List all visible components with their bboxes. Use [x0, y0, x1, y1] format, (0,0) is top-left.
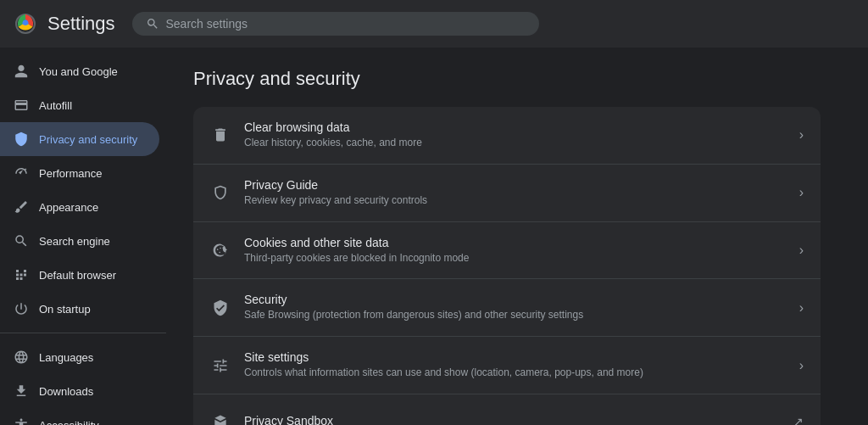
sidebar-item-performance[interactable]: Performance [0, 156, 159, 190]
row-text: Clear browsing data Clear history, cooki… [244, 120, 786, 150]
row-subtitle: Third-party cookies are blocked in Incog… [244, 251, 786, 266]
shield-outline-icon [210, 182, 231, 203]
search-icon [14, 233, 29, 249]
chrome-logo-icon [14, 12, 37, 36]
sidebar-item-search-engine[interactable]: Search engine [0, 224, 159, 258]
cookie-icon [210, 240, 231, 260]
row-text: Privacy Guide Review key privacy and sec… [244, 178, 786, 208]
chevron-right-icon: › [799, 127, 804, 143]
main-content: Privacy and security Clear browsing data… [166, 48, 868, 425]
row-title: Cookies and other site data [244, 236, 786, 249]
sidebar-divider [0, 333, 166, 333]
sidebar-item-you-and-google[interactable]: You and Google [0, 54, 159, 88]
sidebar-item-label: Default browser [39, 269, 116, 282]
sidebar-item-autofill[interactable]: Autofill [0, 88, 159, 122]
sidebar-item-default-browser[interactable]: Default browser [0, 258, 159, 292]
row-title: Privacy Guide [244, 178, 786, 192]
row-title: Clear browsing data [244, 120, 786, 134]
settings-row-privacy-sandbox[interactable]: Privacy Sandbox ↗ [193, 394, 821, 425]
card-icon [14, 98, 29, 113]
sandbox-icon [210, 411, 231, 425]
app-header: Settings [0, 0, 868, 48]
globe-icon [14, 350, 29, 365]
shield-check-icon [210, 298, 231, 318]
gauge-icon [14, 165, 29, 181]
sidebar-item-on-startup[interactable]: On startup [0, 292, 159, 326]
row-title: Security [244, 293, 786, 306]
sidebar-item-appearance[interactable]: Appearance [0, 190, 159, 224]
download-icon [14, 383, 29, 399]
settings-row-security[interactable]: Security Safe Browsing (protection from … [193, 279, 821, 337]
search-input[interactable] [166, 17, 526, 31]
row-subtitle: Review key privacy and security controls [244, 193, 786, 208]
settings-card: Clear browsing data Clear history, cooki… [193, 107, 821, 425]
row-text: Privacy Sandbox [244, 414, 780, 425]
settings-row-clear-browsing-data[interactable]: Clear browsing data Clear history, cooki… [193, 107, 821, 165]
external-link-icon: ↗ [793, 415, 804, 425]
chevron-right-icon: › [799, 358, 804, 373]
sidebar-item-label: Search engine [39, 235, 110, 248]
chevron-right-icon: › [799, 243, 804, 258]
sidebar-item-label: Downloads [39, 385, 93, 398]
sidebar-item-privacy-and-security[interactable]: Privacy and security [0, 122, 159, 156]
power-icon [14, 301, 29, 316]
app-title: Settings [47, 13, 115, 35]
accessibility-icon [14, 417, 29, 425]
sidebar-item-label: On startup [39, 303, 91, 316]
chevron-right-icon: › [799, 185, 804, 200]
sidebar-item-label: Autofill [39, 99, 72, 112]
sidebar-item-languages[interactable]: Languages [0, 340, 159, 374]
page-title: Privacy and security [193, 68, 841, 90]
row-text: Security Safe Browsing (protection from … [244, 293, 786, 322]
sidebar-item-label: Appearance [39, 201, 98, 214]
sliders-icon [210, 355, 231, 376]
sidebar-item-label: Privacy and security [39, 133, 137, 146]
search-bar[interactable] [132, 12, 539, 36]
settings-row-privacy-guide[interactable]: Privacy Guide Review key privacy and sec… [193, 165, 821, 222]
settings-row-cookies[interactable]: Cookies and other site data Third-party … [193, 222, 821, 280]
trash-icon [210, 125, 231, 145]
shield-icon [14, 131, 29, 147]
sidebar-item-accessibility[interactable]: Accessibility [0, 408, 159, 425]
chevron-right-icon: › [799, 300, 804, 316]
row-subtitle: Controls what information sites can use … [244, 366, 786, 380]
row-subtitle: Safe Browsing (protection from dangerous… [244, 308, 786, 322]
row-text: Cookies and other site data Third-party … [244, 236, 786, 266]
row-text: Site settings Controls what information … [244, 350, 786, 380]
browser-icon [14, 267, 29, 282]
sidebar: You and Google Autofill Privacy and secu… [0, 48, 166, 425]
settings-row-site-settings[interactable]: Site settings Controls what information … [193, 337, 821, 394]
main-layout: You and Google Autofill Privacy and secu… [0, 48, 868, 425]
search-icon [146, 17, 159, 31]
row-subtitle: Clear history, cookies, cache, and more [244, 136, 786, 150]
sidebar-item-label: Accessibility [39, 419, 99, 426]
sidebar-item-label: Performance [39, 167, 102, 180]
sidebar-item-label: You and Google [39, 65, 118, 78]
row-title: Site settings [244, 350, 786, 364]
person-icon [14, 64, 29, 79]
sidebar-item-downloads[interactable]: Downloads [0, 374, 159, 408]
brush-icon [14, 199, 29, 215]
row-title: Privacy Sandbox [244, 414, 780, 425]
sidebar-item-label: Languages [39, 351, 93, 364]
